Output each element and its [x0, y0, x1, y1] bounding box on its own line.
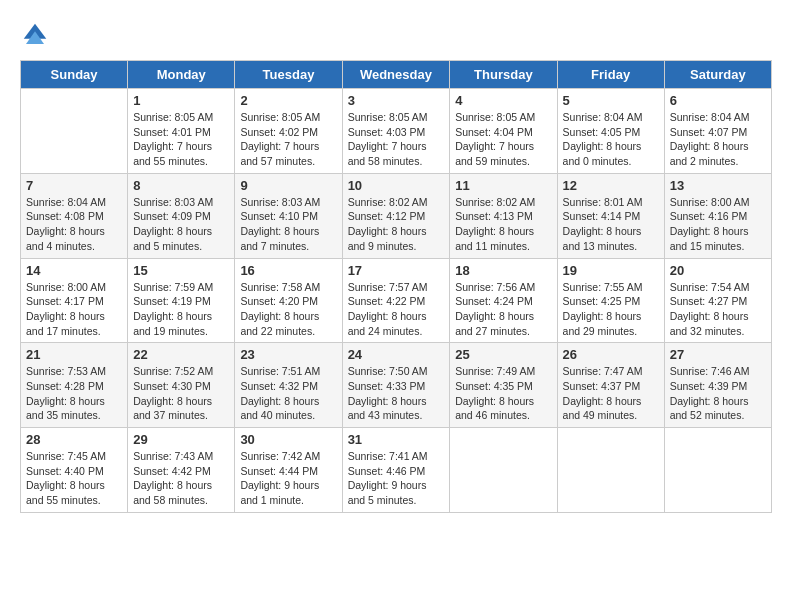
calendar-cell: 13 Sunrise: 8:00 AM Sunset: 4:16 PM Dayl…	[664, 173, 771, 258]
sunrise: Sunrise: 7:50 AM	[348, 365, 428, 377]
sunset: Sunset: 4:17 PM	[26, 295, 104, 307]
day-info: Sunrise: 8:02 AM Sunset: 4:12 PM Dayligh…	[348, 195, 445, 254]
sunset: Sunset: 4:05 PM	[563, 126, 641, 138]
sunrise: Sunrise: 7:57 AM	[348, 281, 428, 293]
calendar-cell: 20 Sunrise: 7:54 AM Sunset: 4:27 PM Dayl…	[664, 258, 771, 343]
daylight: Daylight: 8 hours and 19 minutes.	[133, 310, 212, 337]
daylight: Daylight: 8 hours and 52 minutes.	[670, 395, 749, 422]
sunrise: Sunrise: 8:02 AM	[455, 196, 535, 208]
week-row-2: 7 Sunrise: 8:04 AM Sunset: 4:08 PM Dayli…	[21, 173, 772, 258]
day-number: 25	[455, 347, 551, 362]
day-info: Sunrise: 7:47 AM Sunset: 4:37 PM Dayligh…	[563, 364, 659, 423]
calendar-cell: 15 Sunrise: 7:59 AM Sunset: 4:19 PM Dayl…	[128, 258, 235, 343]
sunrise: Sunrise: 7:52 AM	[133, 365, 213, 377]
day-number: 13	[670, 178, 766, 193]
daylight: Daylight: 8 hours and 7 minutes.	[240, 225, 319, 252]
day-number: 12	[563, 178, 659, 193]
sunrise: Sunrise: 7:49 AM	[455, 365, 535, 377]
day-header-sunday: Sunday	[21, 61, 128, 89]
daylight: Daylight: 8 hours and 40 minutes.	[240, 395, 319, 422]
day-info: Sunrise: 8:04 AM Sunset: 4:05 PM Dayligh…	[563, 110, 659, 169]
calendar-header-row: SundayMondayTuesdayWednesdayThursdayFrid…	[21, 61, 772, 89]
day-number: 16	[240, 263, 336, 278]
day-info: Sunrise: 8:00 AM Sunset: 4:16 PM Dayligh…	[670, 195, 766, 254]
calendar-cell: 22 Sunrise: 7:52 AM Sunset: 4:30 PM Dayl…	[128, 343, 235, 428]
sunrise: Sunrise: 7:42 AM	[240, 450, 320, 462]
calendar: SundayMondayTuesdayWednesdayThursdayFrid…	[20, 60, 772, 513]
day-number: 14	[26, 263, 122, 278]
day-number: 20	[670, 263, 766, 278]
day-info: Sunrise: 7:53 AM Sunset: 4:28 PM Dayligh…	[26, 364, 122, 423]
week-row-5: 28 Sunrise: 7:45 AM Sunset: 4:40 PM Dayl…	[21, 428, 772, 513]
daylight: Daylight: 8 hours and 13 minutes.	[563, 225, 642, 252]
calendar-cell: 19 Sunrise: 7:55 AM Sunset: 4:25 PM Dayl…	[557, 258, 664, 343]
sunrise: Sunrise: 7:45 AM	[26, 450, 106, 462]
sunset: Sunset: 4:32 PM	[240, 380, 318, 392]
calendar-cell: 26 Sunrise: 7:47 AM Sunset: 4:37 PM Dayl…	[557, 343, 664, 428]
day-info: Sunrise: 7:50 AM Sunset: 4:33 PM Dayligh…	[348, 364, 445, 423]
daylight: Daylight: 9 hours and 5 minutes.	[348, 479, 427, 506]
sunrise: Sunrise: 8:03 AM	[240, 196, 320, 208]
day-info: Sunrise: 7:51 AM Sunset: 4:32 PM Dayligh…	[240, 364, 336, 423]
day-number: 3	[348, 93, 445, 108]
calendar-cell	[664, 428, 771, 513]
calendar-cell	[21, 89, 128, 174]
calendar-cell: 9 Sunrise: 8:03 AM Sunset: 4:10 PM Dayli…	[235, 173, 342, 258]
sunset: Sunset: 4:14 PM	[563, 210, 641, 222]
sunrise: Sunrise: 8:04 AM	[563, 111, 643, 123]
sunrise: Sunrise: 8:04 AM	[670, 111, 750, 123]
day-info: Sunrise: 8:05 AM Sunset: 4:02 PM Dayligh…	[240, 110, 336, 169]
day-info: Sunrise: 8:02 AM Sunset: 4:13 PM Dayligh…	[455, 195, 551, 254]
sunset: Sunset: 4:22 PM	[348, 295, 426, 307]
daylight: Daylight: 8 hours and 55 minutes.	[26, 479, 105, 506]
week-row-1: 1 Sunrise: 8:05 AM Sunset: 4:01 PM Dayli…	[21, 89, 772, 174]
day-number: 28	[26, 432, 122, 447]
sunrise: Sunrise: 7:59 AM	[133, 281, 213, 293]
day-number: 22	[133, 347, 229, 362]
calendar-cell: 21 Sunrise: 7:53 AM Sunset: 4:28 PM Dayl…	[21, 343, 128, 428]
sunrise: Sunrise: 7:55 AM	[563, 281, 643, 293]
daylight: Daylight: 8 hours and 2 minutes.	[670, 140, 749, 167]
calendar-cell: 23 Sunrise: 7:51 AM Sunset: 4:32 PM Dayl…	[235, 343, 342, 428]
day-info: Sunrise: 7:45 AM Sunset: 4:40 PM Dayligh…	[26, 449, 122, 508]
sunrise: Sunrise: 7:56 AM	[455, 281, 535, 293]
daylight: Daylight: 9 hours and 1 minute.	[240, 479, 319, 506]
week-row-3: 14 Sunrise: 8:00 AM Sunset: 4:17 PM Dayl…	[21, 258, 772, 343]
sunrise: Sunrise: 8:05 AM	[133, 111, 213, 123]
day-info: Sunrise: 7:41 AM Sunset: 4:46 PM Dayligh…	[348, 449, 445, 508]
day-number: 2	[240, 93, 336, 108]
daylight: Daylight: 7 hours and 57 minutes.	[240, 140, 319, 167]
day-info: Sunrise: 7:57 AM Sunset: 4:22 PM Dayligh…	[348, 280, 445, 339]
daylight: Daylight: 7 hours and 58 minutes.	[348, 140, 427, 167]
week-row-4: 21 Sunrise: 7:53 AM Sunset: 4:28 PM Dayl…	[21, 343, 772, 428]
day-number: 29	[133, 432, 229, 447]
sunset: Sunset: 4:03 PM	[348, 126, 426, 138]
sunrise: Sunrise: 7:51 AM	[240, 365, 320, 377]
calendar-cell: 16 Sunrise: 7:58 AM Sunset: 4:20 PM Dayl…	[235, 258, 342, 343]
sunrise: Sunrise: 8:05 AM	[348, 111, 428, 123]
calendar-cell: 6 Sunrise: 8:04 AM Sunset: 4:07 PM Dayli…	[664, 89, 771, 174]
daylight: Daylight: 7 hours and 59 minutes.	[455, 140, 534, 167]
sunrise: Sunrise: 7:53 AM	[26, 365, 106, 377]
header	[20, 20, 772, 50]
daylight: Daylight: 8 hours and 17 minutes.	[26, 310, 105, 337]
day-header-friday: Friday	[557, 61, 664, 89]
day-info: Sunrise: 7:59 AM Sunset: 4:19 PM Dayligh…	[133, 280, 229, 339]
sunrise: Sunrise: 8:05 AM	[455, 111, 535, 123]
calendar-cell: 24 Sunrise: 7:50 AM Sunset: 4:33 PM Dayl…	[342, 343, 450, 428]
sunrise: Sunrise: 8:05 AM	[240, 111, 320, 123]
day-info: Sunrise: 8:04 AM Sunset: 4:07 PM Dayligh…	[670, 110, 766, 169]
day-number: 27	[670, 347, 766, 362]
sunset: Sunset: 4:12 PM	[348, 210, 426, 222]
sunset: Sunset: 4:30 PM	[133, 380, 211, 392]
calendar-cell: 18 Sunrise: 7:56 AM Sunset: 4:24 PM Dayl…	[450, 258, 557, 343]
calendar-cell: 31 Sunrise: 7:41 AM Sunset: 4:46 PM Dayl…	[342, 428, 450, 513]
day-header-wednesday: Wednesday	[342, 61, 450, 89]
sunset: Sunset: 4:28 PM	[26, 380, 104, 392]
sunrise: Sunrise: 7:47 AM	[563, 365, 643, 377]
day-number: 19	[563, 263, 659, 278]
calendar-cell: 10 Sunrise: 8:02 AM Sunset: 4:12 PM Dayl…	[342, 173, 450, 258]
day-header-tuesday: Tuesday	[235, 61, 342, 89]
day-number: 7	[26, 178, 122, 193]
daylight: Daylight: 7 hours and 55 minutes.	[133, 140, 212, 167]
